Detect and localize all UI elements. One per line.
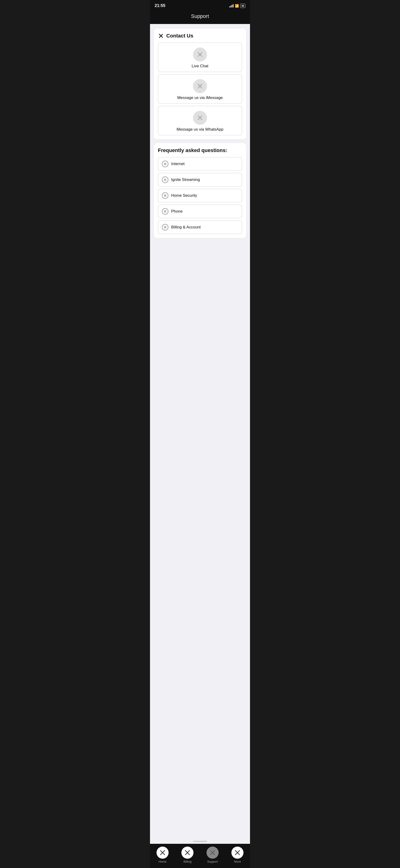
ignite-streaming-icon [162,177,168,183]
phone-label: Phone [171,209,182,214]
wifi-icon: 📶 [235,4,239,8]
home-security-icon [162,192,168,199]
signal-bars-icon [229,4,233,7]
live-chat-label: Live Chat [192,64,208,68]
status-bar: 21:55 📶 46 [150,0,250,10]
faq-internet-button[interactable]: Internet [158,157,242,170]
faq-ignite-streaming-button[interactable]: Ignite Streaming [158,173,242,186]
nav-billing[interactable]: Billing [175,846,200,863]
status-icons: 📶 46 [229,4,245,8]
faq-card: Frequently asked questions: Internet Ign… [154,143,246,238]
faq-home-security-button[interactable]: Home Security [158,189,242,202]
status-time: 21:55 [155,3,165,8]
contact-us-card: Contact Us Live Chat Message us via iMes… [154,29,246,140]
contact-us-icon [158,33,164,39]
live-chat-button[interactable]: Live Chat [158,42,242,72]
scroll-indicator [150,839,250,844]
imessage-button[interactable]: Message us via iMessage [158,74,242,103]
more-nav-label: More [234,860,241,863]
battery-indicator: 46 [240,4,245,8]
whatsapp-label: Message us via WhatsApp [176,127,223,132]
home-nav-icon [157,846,169,859]
support-nav-label: Support [207,860,218,863]
nav-support[interactable]: Support [200,846,225,863]
support-nav-icon [206,846,219,859]
phone-icon [162,208,168,215]
live-chat-icon [193,48,207,61]
billing-account-icon [162,224,168,230]
contact-us-title: Contact Us [158,33,242,39]
home-nav-label: Home [158,860,167,863]
imessage-label: Message us via iMessage [177,95,223,100]
nav-more[interactable]: More [225,846,250,863]
internet-label: Internet [171,162,185,166]
more-nav-icon [231,846,243,859]
internet-icon [162,161,168,167]
faq-billing-account-button[interactable]: Billing & Account [158,220,242,234]
nav-home[interactable]: Home [150,846,175,863]
home-security-label: Home Security [171,193,197,198]
imessage-icon [193,79,207,93]
bottom-nav: Home Billing Support More [150,844,250,868]
whatsapp-button[interactable]: Message us via WhatsApp [158,106,242,135]
main-content: Contact Us Live Chat Message us via iMes… [150,24,250,839]
billing-nav-label: Billing [184,860,192,863]
billing-nav-icon [181,846,194,859]
faq-phone-button[interactable]: Phone [158,205,242,218]
whatsapp-icon [193,111,207,125]
billing-account-label: Billing & Account [171,225,201,229]
ignite-streaming-label: Ignite Streaming [171,178,200,182]
page-title: Support [155,13,245,19]
page-header: Support [150,10,250,24]
faq-title: Frequently asked questions: [158,147,242,153]
